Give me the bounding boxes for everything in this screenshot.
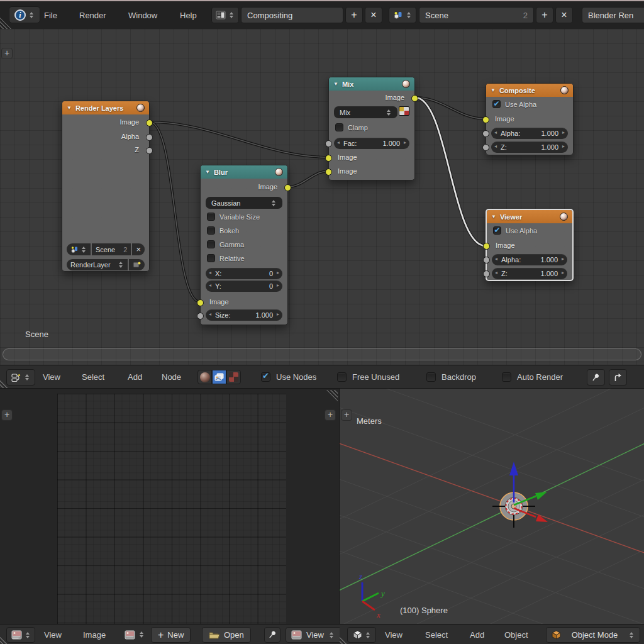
scene-field[interactable]: Scene 2: [419, 7, 534, 23]
bokeh-checkbox[interactable]: Bokeh: [207, 226, 239, 235]
menu-object[interactable]: Object: [504, 625, 528, 644]
collapse-icon[interactable]: ▼: [67, 105, 72, 111]
link-renderlayers-to-mix[interactable]: [150, 122, 328, 157]
editor-type-selector-image[interactable]: [6, 627, 35, 643]
menu-select[interactable]: Select: [425, 625, 448, 644]
node-header[interactable]: ▼ Render Layers: [62, 101, 149, 114]
scene-icon-button[interactable]: [389, 7, 416, 23]
clamp-checkbox[interactable]: Clamp: [335, 123, 368, 131]
alpha-number-field[interactable]: Alpha:1.000: [492, 254, 567, 265]
editor-type-selector-nodes[interactable]: [6, 369, 35, 386]
stepper-arrows[interactable]: [365, 632, 371, 638]
menu-render[interactable]: Render: [79, 1, 106, 29]
new-image-button[interactable]: + New: [151, 627, 191, 643]
stepper-arrows[interactable]: [386, 109, 392, 116]
menu-help[interactable]: Help: [180, 1, 197, 29]
stepper-arrows[interactable]: [328, 632, 335, 638]
image-datablock-browse[interactable]: [125, 625, 145, 644]
socket-z-input[interactable]: [483, 270, 490, 277]
color-swatch-button[interactable]: [399, 106, 409, 116]
screen-layout-icon-button[interactable]: [211, 7, 239, 23]
render-layer-row[interactable]: RenderLayer: [67, 259, 145, 270]
texture-nodes-toggle[interactable]: [226, 370, 241, 384]
socket-alpha-input[interactable]: [482, 130, 489, 137]
image-editor-canvas[interactable]: + +: [0, 389, 340, 624]
free-unused-checkbox[interactable]: Free Unused: [337, 365, 399, 388]
scene-browse-button[interactable]: [67, 243, 91, 255]
size-number-field[interactable]: Size:1.000: [206, 309, 282, 321]
stepper-arrows[interactable]: [24, 374, 30, 380]
stepper-arrows[interactable]: [406, 12, 412, 18]
socket-image-input[interactable]: [197, 299, 204, 306]
render-engine-field[interactable]: Blender Ren: [582, 7, 644, 23]
delete-scene-button[interactable]: ×: [555, 7, 573, 23]
editor-type-selector-info[interactable]: i: [9, 6, 40, 23]
filter-type-select[interactable]: Gaussian: [206, 197, 282, 209]
menu-add[interactable]: Add: [128, 365, 142, 388]
auto-render-checkbox[interactable]: Auto Render: [502, 365, 563, 388]
node-editor-canvas[interactable]: ▼ Render Layers Image Alpha Z Scen: [0, 29, 644, 365]
menu-view[interactable]: View: [44, 625, 62, 644]
blend-type-select[interactable]: Mix: [334, 106, 397, 118]
socket-alpha-output[interactable]: [146, 134, 153, 141]
socket-image-input[interactable]: [483, 243, 490, 250]
socket-image-output[interactable]: [146, 119, 153, 126]
node-viewer[interactable]: ▼ Viewer ✔ Use Alpha Image Alpha:1.000 Z…: [486, 209, 574, 281]
link-renderlayers-to-blur[interactable]: [150, 122, 200, 302]
menu-view[interactable]: View: [43, 365, 60, 388]
node-header[interactable]: ▼ Viewer: [487, 210, 572, 223]
stepper-arrows[interactable]: [80, 247, 87, 253]
backdrop-checkbox[interactable]: Backdrop: [426, 365, 476, 388]
menu-select[interactable]: Select: [82, 365, 104, 388]
open-image-button[interactable]: Open: [202, 627, 251, 643]
use-nodes-checkbox[interactable]: ✔ Use Nodes: [261, 365, 316, 388]
fac-number-field[interactable]: Fac:1.000: [334, 138, 409, 149]
socket-alpha-input[interactable]: [483, 257, 490, 264]
stepper-arrows[interactable]: [28, 12, 35, 18]
stepper-arrows[interactable]: [118, 262, 124, 268]
node-blur[interactable]: ▼ Blur Image Gaussian Variable Size Boke…: [200, 165, 288, 325]
collapse-icon[interactable]: ▼: [205, 169, 210, 175]
go-to-parent-button[interactable]: [609, 369, 627, 386]
node-header[interactable]: ▼ Composite: [486, 84, 573, 97]
link-mix-to-viewer[interactable]: [415, 97, 486, 246]
x-number-field[interactable]: X:0: [206, 268, 282, 279]
corner-resize-grip[interactable]: [326, 390, 338, 401]
toolshelf-expand-button[interactable]: +: [1, 409, 13, 421]
use-alpha-checkbox[interactable]: ✔ Use Alpha: [492, 100, 536, 108]
socket-image2-input[interactable]: [325, 169, 332, 175]
menu-node[interactable]: Node: [162, 365, 181, 388]
y-number-field[interactable]: Y:0: [206, 280, 282, 292]
socket-image-output[interactable]: [411, 95, 418, 102]
shader-nodes-toggle[interactable]: [197, 370, 212, 384]
relative-checkbox[interactable]: Relative: [207, 254, 245, 262]
node-mix[interactable]: ▼ Mix Image Mix Clamp Fac:1.000 Image: [328, 77, 415, 180]
stepper-arrows[interactable]: [138, 631, 145, 638]
node-header[interactable]: ▼ Blur: [201, 165, 287, 179]
scene-selector-row[interactable]: Scene 2 ×: [67, 243, 145, 255]
z-number-field[interactable]: Z:1.000: [491, 142, 568, 153]
menu-file[interactable]: File: [44, 1, 57, 29]
menu-view[interactable]: View: [385, 625, 402, 644]
socket-fac-input[interactable]: [325, 140, 332, 147]
pin-button[interactable]: [264, 627, 280, 643]
properties-expand-button[interactable]: +: [325, 409, 336, 421]
toolshelf-expand-button[interactable]: +: [1, 48, 13, 59]
stepper-arrows[interactable]: [228, 12, 235, 18]
render-layer-icon-button[interactable]: [129, 259, 145, 270]
compositing-nodes-toggle[interactable]: [212, 370, 226, 384]
menu-window[interactable]: Window: [128, 1, 157, 29]
horizontal-scrollbar[interactable]: [3, 348, 641, 360]
node-composite[interactable]: ▼ Composite ✔ Use Alpha Image Alpha:1.00…: [486, 83, 574, 155]
display-mode-select[interactable]: View: [286, 627, 348, 643]
add-scene-button[interactable]: +: [536, 7, 553, 23]
screen-layout-field[interactable]: Compositing: [241, 7, 343, 23]
delete-screen-button[interactable]: ×: [365, 7, 382, 23]
mode-select[interactable]: Object Mode: [546, 627, 640, 643]
node-header[interactable]: ▼ Mix: [329, 77, 414, 91]
menu-add[interactable]: Add: [470, 625, 484, 644]
variable-size-checkbox[interactable]: Variable Size: [207, 213, 260, 221]
collapse-icon[interactable]: ▼: [333, 81, 338, 87]
collapse-icon[interactable]: ▼: [491, 87, 496, 93]
pin-button[interactable]: [587, 369, 605, 386]
